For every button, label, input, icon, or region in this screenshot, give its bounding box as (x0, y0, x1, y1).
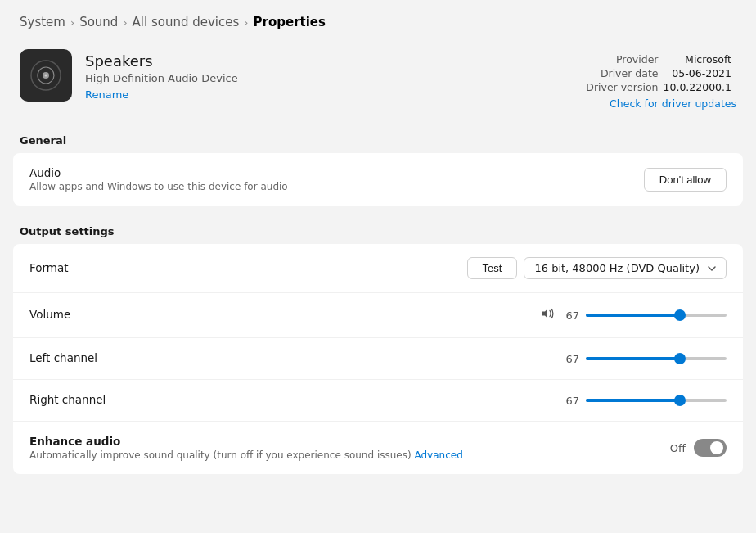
device-header: Speakers High Definition Audio Device Re… (0, 41, 756, 124)
enhance-audio-label: Enhance audio Automatically improve soun… (29, 435, 670, 461)
general-section-label: General (0, 124, 756, 153)
driver-update-link[interactable]: Check for driver updates (586, 97, 736, 110)
enhance-audio-row: Enhance audio Automatically improve soun… (13, 422, 743, 474)
breadcrumb-sep-2: › (123, 16, 127, 29)
enhance-audio-subtitle: Automatically improve sound quality (tur… (29, 449, 670, 461)
audio-title: Audio (29, 166, 644, 179)
left-channel-title: Left channel (29, 351, 561, 364)
driver-version-label: Driver version (586, 80, 663, 94)
enhance-audio-title: Enhance audio (29, 435, 670, 448)
volume-value: 67 (561, 309, 579, 322)
toggle-thumb (710, 441, 723, 454)
device-name: Speakers (85, 52, 573, 70)
volume-slider[interactable] (586, 314, 727, 317)
right-channel-row: Right channel 67 (13, 380, 743, 422)
driver-info: Provider Microsoft Driver date 05-06-202… (586, 49, 736, 110)
advanced-link[interactable]: Advanced (414, 449, 462, 461)
audio-subtitle: Allow apps and Windows to use this devic… (29, 181, 644, 192)
breadcrumb: System › Sound › All sound devices › Pro… (0, 0, 756, 41)
breadcrumb-system[interactable]: System (20, 15, 65, 29)
enhance-controls: Off (670, 439, 727, 457)
format-title: Format (29, 261, 467, 274)
left-channel-row: Left channel 67 (13, 338, 743, 380)
right-channel-value: 67 (561, 395, 579, 407)
audio-label: Audio Allow apps and Windows to use this… (29, 166, 644, 192)
svg-point-3 (45, 75, 47, 77)
chevron-down-icon (706, 263, 718, 274)
enhance-toggle[interactable] (694, 439, 727, 457)
right-channel-title: Right channel (29, 393, 561, 406)
device-description: High Definition Audio Device (85, 72, 573, 84)
enhance-toggle-label: Off (670, 442, 686, 454)
format-controls: Test 16 bit, 48000 Hz (DVD Quality) (467, 257, 727, 279)
format-label: Format (29, 261, 467, 276)
rename-link[interactable]: Rename (85, 88, 128, 101)
driver-date-label: Driver date (586, 66, 663, 80)
format-row: Format Test 16 bit, 48000 Hz (DVD Qualit… (13, 244, 743, 293)
breadcrumb-all-sound-devices[interactable]: All sound devices (133, 15, 240, 29)
driver-date-value: 05-06-2021 (664, 66, 737, 80)
device-info: Speakers High Definition Audio Device Re… (85, 49, 573, 101)
dont-allow-button[interactable]: Don't allow (644, 168, 727, 192)
volume-label: Volume (29, 308, 540, 323)
breadcrumb-sep-1: › (70, 16, 74, 29)
output-section-label: Output settings (0, 215, 756, 244)
driver-version-value: 10.0.22000.1 (664, 80, 737, 94)
breadcrumb-sep-3: › (244, 16, 248, 29)
general-card: Audio Allow apps and Windows to use this… (13, 153, 743, 206)
audio-row: Audio Allow apps and Windows to use this… (13, 153, 743, 206)
right-channel-slider[interactable] (586, 399, 727, 402)
provider-value: Microsoft (664, 52, 737, 66)
format-value: 16 bit, 48000 Hz (DVD Quality) (534, 262, 700, 274)
provider-label: Provider (586, 52, 663, 66)
left-channel-value: 67 (561, 353, 579, 365)
speaker-icon (20, 49, 72, 102)
volume-controls: 67 (540, 306, 727, 324)
test-button[interactable]: Test (467, 257, 518, 279)
left-channel-controls: 67 (561, 353, 727, 365)
left-channel-label: Left channel (29, 351, 561, 366)
volume-row: Volume 67 (13, 293, 743, 338)
breadcrumb-sound[interactable]: Sound (79, 15, 118, 29)
output-card: Format Test 16 bit, 48000 Hz (DVD Qualit… (13, 244, 743, 474)
format-select[interactable]: 16 bit, 48000 Hz (DVD Quality) (524, 257, 727, 279)
breadcrumb-properties: Properties (254, 15, 326, 29)
right-channel-controls: 67 (561, 395, 727, 407)
right-channel-label: Right channel (29, 393, 561, 408)
left-channel-slider[interactable] (586, 357, 727, 360)
volume-title: Volume (29, 308, 540, 321)
volume-icon (540, 306, 555, 324)
